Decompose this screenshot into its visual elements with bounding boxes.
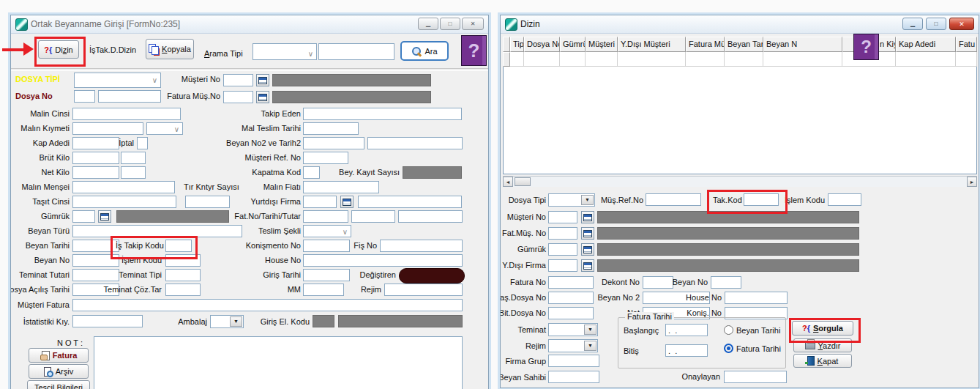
kap-adedi-field[interactable]: [72, 137, 119, 149]
fat-tarihi-field[interactable]: [351, 210, 395, 223]
teminat-tipi-field[interactable]: [165, 269, 201, 281]
is-takip-kodu-field[interactable]: [165, 240, 192, 252]
malin-mensei-field[interactable]: [72, 181, 175, 193]
mm-field[interactable]: [303, 284, 344, 296]
fat-tutar-field[interactable]: [398, 210, 463, 223]
fat-mus-no-lookup-button[interactable]: [581, 227, 594, 240]
musteri-no-field[interactable]: [548, 211, 577, 223]
gumruk-field[interactable]: [548, 243, 577, 256]
brut-kilo-field[interactable]: [72, 152, 119, 164]
fatura-no-field[interactable]: [548, 276, 594, 289]
yurtdisi-firma-lookup-button[interactable]: [340, 196, 354, 208]
search-input[interactable]: [318, 43, 394, 60]
takip-eden-field[interactable]: [303, 108, 462, 120]
onaylayan-field[interactable]: [724, 371, 787, 383]
fis-no-field[interactable]: [380, 240, 463, 252]
tarih2-field[interactable]: [367, 137, 463, 149]
grid-header-musteri[interactable]: Müşteri: [586, 37, 618, 52]
fatura-mus-no-lookup-button[interactable]: [256, 91, 269, 103]
ara-button[interactable]: Ara: [400, 41, 449, 61]
teminat-combobox[interactable]: ▼: [548, 323, 598, 336]
grid-cell[interactable]: [618, 52, 686, 67]
giris-tarihi-field[interactable]: [303, 269, 350, 281]
scroll-right-button[interactable]: ►: [967, 177, 977, 187]
beyan-turu-field[interactable]: [72, 225, 242, 237]
grid-cell[interactable]: [725, 52, 763, 67]
islem-kodu-field[interactable]: [165, 254, 201, 267]
grid-header-ydisi-musteri[interactable]: Y.Dışı Müşteri: [618, 37, 686, 52]
musteri-no-lookup-button[interactable]: [581, 211, 594, 223]
yurtdisi-firma-field[interactable]: [303, 196, 337, 208]
scrollbar-thumb[interactable]: [515, 177, 531, 186]
net-kilo-extra-field[interactable]: [121, 166, 146, 179]
grid-cell[interactable]: [956, 52, 977, 67]
dosya-tipi-combobox[interactable]: T - İthalat ▼: [548, 193, 595, 207]
malin-kiymeti-combobox[interactable]: ∨: [146, 122, 183, 135]
teminat-tutari-field[interactable]: [72, 269, 119, 281]
left-title-bar[interactable]: Ortak Beyanname Girişi [FormNo:235] ▁ □ …: [11, 15, 488, 34]
net-kilo-field[interactable]: [72, 166, 119, 179]
gumruk-lookup-button[interactable]: [581, 243, 594, 256]
fatura-button[interactable]: Fatura: [29, 348, 89, 363]
dosya-no-field[interactable]: [98, 90, 161, 103]
teslim-sekli-combobox[interactable]: ∨: [303, 225, 351, 237]
islem-kodu-field[interactable]: [828, 193, 861, 206]
grid-header-kap-adedi[interactable]: Kap Adedi: [896, 37, 956, 52]
kapatma-kod-field[interactable]: [303, 166, 320, 179]
beyan-no-field[interactable]: [711, 276, 741, 289]
ydisi-firma-field[interactable]: [548, 259, 577, 272]
gumruk-field[interactable]: [72, 210, 95, 223]
grid-header-beyan-tarihi[interactable]: Beyan Tarihi: [725, 37, 763, 52]
konismento-no-field[interactable]: [303, 240, 350, 252]
beyan-sahibi-field[interactable]: [548, 371, 599, 383]
beyan-tarihi-radio[interactable]: [724, 325, 733, 335]
musteri-fatura-field[interactable]: [72, 299, 463, 311]
help-button[interactable]: ?: [853, 34, 879, 60]
grid-header-fatura[interactable]: Fatu: [956, 37, 977, 52]
grid-header-gumruk[interactable]: Gümrük: [560, 37, 586, 52]
maximize-button[interactable]: □: [440, 18, 460, 30]
arama-tipi-combobox[interactable]: Dosya No Ara ∨: [253, 43, 317, 60]
grid-cell[interactable]: [524, 52, 560, 67]
rejim-field[interactable]: [384, 284, 463, 296]
yazdir-button[interactable]: Yazdır: [793, 338, 852, 352]
yurtdisi-firma-adi-field[interactable]: [358, 196, 462, 208]
gumruk-lookup-button[interactable]: [98, 210, 111, 223]
beyan-no2-field[interactable]: [303, 137, 364, 149]
mus-ref-no-field[interactable]: [646, 193, 701, 206]
dizin-button[interactable]: ?{ Dizin: [38, 40, 79, 59]
minimize-button[interactable]: ▁: [902, 18, 923, 30]
fatura-mus-no-field[interactable]: [223, 91, 253, 103]
right-title-bar[interactable]: Dizin ▁ □ ✕: [501, 15, 979, 34]
musteri-ref-no-field[interactable]: [303, 152, 348, 164]
grid-row-selector[interactable]: [503, 52, 510, 67]
fatura-tarihi-radio[interactable]: [724, 344, 733, 353]
beyan-tarihi-field[interactable]: [72, 240, 119, 252]
musteri-no-field[interactable]: [223, 74, 253, 86]
grid-cell[interactable]: [510, 52, 524, 67]
grid-cell[interactable]: [686, 52, 725, 67]
teminat-coz-tar-field[interactable]: [165, 284, 201, 296]
bitis-date-field[interactable]: . .: [665, 344, 708, 357]
baslangic-date-field[interactable]: . .: [665, 324, 708, 336]
bit-dosya-no-field[interactable]: [548, 307, 594, 319]
brut-kilo-extra-field[interactable]: [121, 152, 146, 164]
kapat-button[interactable]: Kapat: [793, 354, 852, 368]
grid-header-dosya-no[interactable]: Dosya No: [524, 37, 560, 52]
malin-fiati-field[interactable]: [303, 181, 379, 193]
malin-cinsi-field[interactable]: [72, 108, 181, 120]
iptal-field[interactable]: [137, 137, 148, 149]
istatistiki-kiy-field[interactable]: [72, 315, 143, 327]
tir-kntyr-sayisi-field[interactable]: [185, 196, 230, 208]
maximize-button[interactable]: □: [926, 18, 946, 30]
mal-teslim-tarihi-field[interactable]: [303, 122, 359, 135]
dosya-no-prefix-field[interactable]: [74, 90, 95, 103]
firma-grup-field[interactable]: [548, 355, 599, 367]
beyan-no-field[interactable]: [72, 254, 119, 267]
help-button[interactable]: ?: [461, 35, 487, 66]
rejim-combobox[interactable]: ▼: [548, 339, 598, 352]
grid-cell[interactable]: [763, 52, 842, 67]
house-no-field[interactable]: [303, 254, 463, 267]
tescil-bilgileri-button[interactable]: Tescil Bilgileri: [27, 380, 90, 389]
malin-kiymeti-field[interactable]: [72, 122, 143, 135]
